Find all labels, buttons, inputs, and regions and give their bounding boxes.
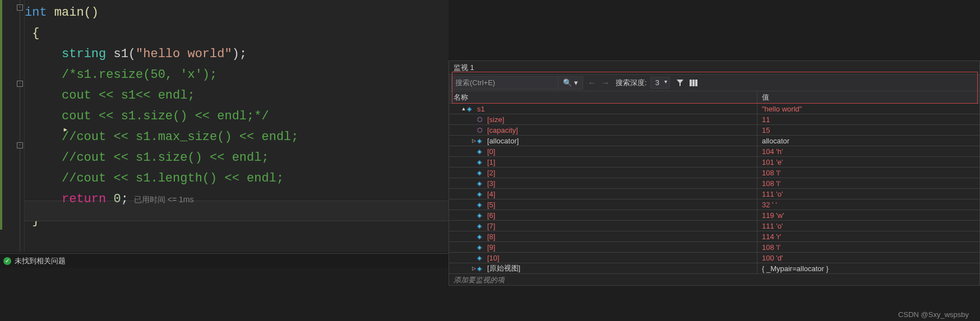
watch-row[interactable]: ▷◈[5]32 ' ' bbox=[449, 199, 979, 210]
cube-icon: ◈ bbox=[477, 254, 485, 262]
row-name: ▲◈s1 bbox=[449, 104, 757, 114]
variable-value: 111 'o' bbox=[757, 222, 979, 230]
semicolon: ; bbox=[121, 192, 128, 206]
nav-back-icon[interactable]: ← bbox=[585, 78, 599, 88]
code-editor: - - - ▸ int main() { string s1("hello wo… bbox=[0, 0, 449, 252]
code-line: //cout << s1.max_size() << endl; bbox=[25, 127, 449, 147]
watch-row[interactable]: ▷◈[3]108 'l' bbox=[449, 178, 979, 189]
cube-icon: ◈ bbox=[467, 105, 475, 113]
code-line: string s1("hello world"); bbox=[25, 44, 449, 64]
check-icon: ✓ bbox=[3, 257, 11, 265]
watch-row[interactable]: ▷◈[8]114 'r' bbox=[449, 231, 979, 242]
comment: //cout << s1.size() << endl; bbox=[62, 151, 269, 165]
variable-name: [2] bbox=[487, 169, 495, 177]
watch-row[interactable]: ▷◈[1]101 'e' bbox=[449, 157, 979, 168]
row-name: ▷◈[6] bbox=[449, 210, 757, 220]
search-depth-label: 搜索深度: bbox=[616, 78, 647, 88]
svg-rect-1 bbox=[692, 80, 695, 86]
search-input[interactable] bbox=[452, 78, 558, 87]
fold-box-icon[interactable]: - bbox=[17, 142, 23, 148]
watch-row[interactable]: ▷◈[4]111 'o' bbox=[449, 189, 979, 199]
variable-value: 108 'l' bbox=[757, 179, 979, 188]
row-name: ▷⬡[capacity] bbox=[449, 125, 757, 135]
code-line: int main() bbox=[25, 2, 449, 23]
code-content[interactable]: ▸ int main() { string s1("hello world");… bbox=[25, 0, 449, 252]
variable-value: 108 'l' bbox=[757, 243, 979, 252]
variable-value: 108 'l' bbox=[757, 169, 979, 177]
cube-icon: ◈ bbox=[477, 201, 485, 208]
col-header-name[interactable]: 名称 bbox=[449, 91, 757, 103]
variable-name: [7] bbox=[487, 222, 495, 230]
cube-icon: ◈ bbox=[477, 190, 485, 198]
watch-row[interactable]: ▷⬡[size]11 bbox=[449, 114, 979, 125]
type-string: string bbox=[62, 47, 106, 61]
row-name: ▷◈[9] bbox=[449, 242, 757, 252]
number-zero: 0 bbox=[106, 192, 121, 206]
string-literal: "hello world" bbox=[136, 47, 232, 61]
hexagon-icon: ⬡ bbox=[477, 116, 485, 123]
filter-icon[interactable] bbox=[676, 78, 685, 87]
watch-panel: 监视 1 🔍 ▾ ← → 搜索深度: 3 名称 值 ▲◈s1"hello wor… bbox=[449, 61, 980, 286]
editor-gutter: - - - bbox=[0, 0, 25, 252]
variable-name: [10] bbox=[487, 254, 500, 262]
variable-name: [1] bbox=[487, 158, 495, 166]
watch-row[interactable]: ▷◈[2]108 'l' bbox=[449, 168, 979, 178]
expander-icon[interactable]: ▲ bbox=[460, 106, 467, 111]
keyword-return: return bbox=[62, 192, 106, 206]
variable-name: [size] bbox=[487, 115, 504, 124]
cube-icon: ◈ bbox=[477, 159, 485, 166]
change-indicator bbox=[0, 0, 2, 230]
watch-row[interactable]: ▲◈s1"hello world" bbox=[449, 104, 979, 114]
watch-row[interactable]: ▷◈[10]100 'd' bbox=[449, 253, 979, 263]
watch-row[interactable]: ▷◈[7]111 'o' bbox=[449, 221, 979, 231]
expander-icon[interactable]: ▷ bbox=[470, 266, 477, 271]
comment: cout << s1.size() << endl;*/ bbox=[62, 109, 269, 123]
variable-value: 111 'o' bbox=[757, 190, 979, 198]
watch-row[interactable]: ▷◈[0]104 'h' bbox=[449, 146, 979, 157]
code-line: cout << s1.size() << endl;*/ bbox=[25, 106, 449, 127]
variable-value: 32 ' ' bbox=[757, 201, 979, 209]
cube-icon: ◈ bbox=[477, 265, 485, 272]
variable-value: 101 'e' bbox=[757, 158, 979, 166]
watch-title: 监视 1 bbox=[449, 61, 979, 75]
variable-name: [capacity] bbox=[487, 126, 518, 134]
row-name: ▷⬡[size] bbox=[449, 114, 757, 124]
comment: //cout << s1.max_size() << endl; bbox=[62, 130, 298, 144]
cube-icon: ◈ bbox=[477, 169, 485, 176]
watch-row[interactable]: ▷◈[原始视图]{ _Mypair=allocator } bbox=[449, 263, 979, 274]
nav-forward-icon[interactable]: → bbox=[599, 78, 612, 88]
svg-rect-0 bbox=[690, 80, 692, 86]
svg-rect-2 bbox=[695, 80, 697, 86]
comment: //cout << s1.length() << endl; bbox=[62, 171, 284, 185]
cube-icon: ◈ bbox=[477, 148, 485, 155]
variable-name: [0] bbox=[487, 147, 495, 156]
variable-value: 100 'd' bbox=[757, 254, 979, 262]
watch-header: 名称 值 bbox=[449, 91, 979, 104]
watch-row[interactable]: ▷⬡[capacity]15 bbox=[449, 125, 979, 136]
breakpoint-arrow-icon: ▸ bbox=[63, 120, 68, 141]
code-line: //cout << s1.length() << endl; bbox=[25, 168, 449, 189]
columns-icon[interactable] bbox=[689, 78, 698, 87]
row-name: ▷◈[1] bbox=[449, 157, 757, 167]
variable-value: 15 bbox=[757, 126, 979, 134]
search-depth-select[interactable]: 3 bbox=[650, 77, 670, 89]
search-box[interactable]: 🔍 ▾ bbox=[451, 76, 583, 90]
status-text: 未找到相关问题 bbox=[15, 256, 66, 266]
row-name: ▷◈[8] bbox=[449, 231, 757, 241]
expander-icon[interactable]: ▷ bbox=[470, 138, 477, 143]
cube-icon: ◈ bbox=[477, 222, 485, 230]
fold-box-icon[interactable]: - bbox=[17, 4, 23, 11]
watch-row[interactable]: ▷◈[allocator]allocator bbox=[449, 136, 979, 146]
watch-row[interactable]: ▷◈[6]119 'w' bbox=[449, 210, 979, 221]
variable-name: [4] bbox=[487, 190, 495, 198]
variable-value: 104 'h' bbox=[757, 147, 979, 156]
add-watch-item[interactable]: 添加要监视的项 bbox=[449, 274, 979, 285]
search-icon[interactable]: 🔍 ▾ bbox=[558, 77, 583, 89]
fold-box-icon[interactable]: - bbox=[17, 81, 23, 87]
code-line: { bbox=[25, 23, 449, 44]
col-header-value[interactable]: 值 bbox=[757, 91, 979, 103]
variable-value: allocator bbox=[757, 137, 979, 145]
watch-toolbar: 🔍 ▾ ← → 搜索深度: 3 bbox=[449, 75, 979, 91]
watch-row[interactable]: ▷◈[9]108 'l' bbox=[449, 242, 979, 253]
row-name: ▷◈[2] bbox=[449, 168, 757, 178]
